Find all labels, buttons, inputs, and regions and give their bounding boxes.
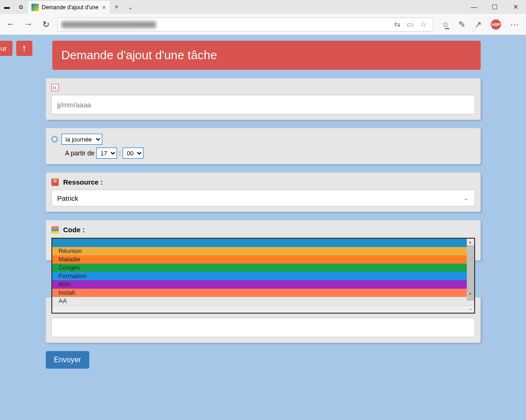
- forward-button[interactable]: →: [19, 16, 37, 33]
- minute-select[interactable]: 00: [123, 148, 143, 159]
- pen-icon[interactable]: ✎: [458, 19, 465, 30]
- code-option[interactable]: Formation: [52, 272, 474, 280]
- share-icon[interactable]: ↗: [475, 19, 482, 30]
- retour-label: Retour: [0, 44, 7, 52]
- date-panel: [46, 78, 481, 120]
- minimize-button[interactable]: —: [464, 0, 484, 14]
- code-option[interactable]: Congés: [52, 264, 474, 272]
- back-button[interactable]: ←: [2, 16, 19, 33]
- resource-select[interactable]: Patrick ⌄: [51, 190, 475, 206]
- code-option[interactable]: RdV: [52, 280, 474, 289]
- translate-icon[interactable]: ⇆: [394, 20, 400, 29]
- tabs-chevron-icon[interactable]: ⌄: [124, 0, 137, 14]
- date-input[interactable]: [51, 95, 475, 114]
- browser-tab[interactable]: Demande d'ajout d'une ×: [28, 0, 110, 14]
- tab-title: Demande d'ajout d'une: [42, 4, 99, 11]
- export-button[interactable]: ⭱: [16, 41, 32, 56]
- code-option[interactable]: Maladie: [52, 255, 474, 264]
- taskbar-icon-1: ▬: [0, 4, 14, 10]
- scrollbar[interactable]: ▴ ▾: [467, 239, 474, 297]
- envoyer-label: Envoyer: [54, 356, 81, 364]
- code-option[interactable]: Réunion: [52, 247, 474, 255]
- reading-icon[interactable]: ▭: [407, 20, 414, 29]
- time-separator: :: [119, 149, 121, 157]
- code-option[interactable]: [52, 239, 474, 247]
- scroll-up-icon[interactable]: ▴: [467, 239, 474, 245]
- period-select[interactable]: la journée: [62, 134, 102, 145]
- hour-select[interactable]: 17: [96, 148, 117, 159]
- favorites-list-icon[interactable]: ☆̲: [442, 19, 449, 30]
- new-tab-button[interactable]: +: [110, 0, 124, 14]
- export-icon: ⭱: [21, 44, 28, 52]
- more-icon[interactable]: ⋯: [510, 19, 519, 30]
- scroll-down-icon[interactable]: ▾: [467, 290, 474, 297]
- retour-button[interactable]: ❮ Retour: [0, 41, 12, 56]
- code-dropdown[interactable]: RéunionMaladieCongésFormationRdVInstall.…: [51, 238, 475, 314]
- abp-icon[interactable]: ABP: [491, 19, 501, 30]
- url-bar[interactable]: ████████████████████████ ⇆ ▭ ☆: [57, 18, 433, 31]
- favorite-icon[interactable]: ☆: [420, 20, 427, 29]
- resource-label: Ressource :: [63, 178, 103, 186]
- code-option[interactable]: Install.: [52, 289, 474, 297]
- from-label: A partir de: [65, 149, 95, 157]
- chevron-down-icon: ⌄: [463, 194, 469, 202]
- envoyer-button[interactable]: Envoyer: [46, 351, 90, 369]
- tab-favicon: [31, 4, 39, 11]
- close-icon[interactable]: ×: [102, 4, 106, 11]
- page-title: Demande d'ajout d'une tâche: [52, 41, 481, 70]
- code-panel: Code : RéunionMaladieCongésFormationRdVI…: [46, 220, 481, 260]
- password-input[interactable]: [51, 318, 475, 337]
- calendar-icon: [51, 84, 59, 91]
- clock-icon: [51, 136, 58, 142]
- resource-value: Patrick: [57, 194, 79, 202]
- taskbar-icon-2: ⧉: [14, 4, 28, 10]
- resource-panel: Ressource : Patrick ⌄: [46, 173, 481, 212]
- chevron-down-icon[interactable]: ⌄: [52, 305, 474, 313]
- maximize-button[interactable]: ☐: [484, 0, 505, 14]
- refresh-button[interactable]: ↻: [37, 16, 55, 33]
- code-icon: [51, 226, 59, 234]
- code-option[interactable]: AA: [52, 297, 474, 305]
- url-text: ████████████████████████: [62, 21, 156, 28]
- code-label: Code :: [63, 226, 85, 234]
- window-close-button[interactable]: ✕: [505, 0, 526, 14]
- user-icon: [51, 179, 59, 186]
- time-panel: la journée A partir de 17 : 00: [46, 128, 481, 164]
